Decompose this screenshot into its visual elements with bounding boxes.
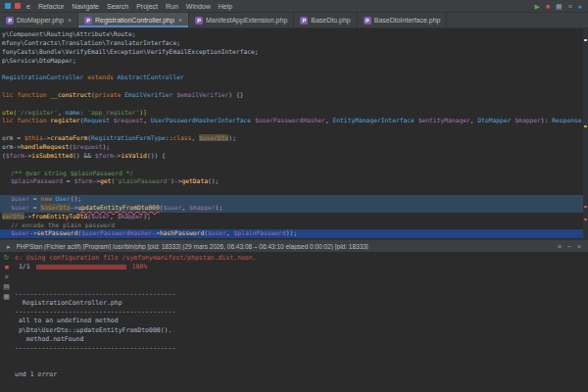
code-line[interactable] [0, 100, 588, 109]
code-editor[interactable]: y\Component\Routing\Attribute\Route;mfon… [0, 28, 588, 239]
code-token: 'app_register' [87, 109, 139, 116]
code-token: $plainPassword [11, 177, 63, 184]
console-text: 100% [128, 263, 148, 270]
code-line[interactable]: /** @var string $plainPassword */ [0, 170, 588, 178]
settings-icon[interactable]: ≡ [555, 243, 564, 250]
minimize-icon[interactable]: − [564, 243, 574, 250]
console-text: ----------------------------------------… [15, 308, 175, 316]
soft-wrap-icon[interactable]: ▤ [3, 283, 10, 290]
tab-BaseDtoInterface.php[interactable]: PBaseDtoInterface.php [358, 13, 448, 27]
code-line[interactable]: orm = $this->createForm(RegistrationForm… [0, 134, 588, 143]
code-token: $plainPassword [234, 229, 286, 236]
code-token: 'plainPassword' [115, 177, 171, 184]
run-icon[interactable]: ▶ [531, 3, 542, 10]
app-icon[interactable] [5, 3, 11, 9]
scroll-end-icon[interactable]: ▦ [3, 293, 10, 300]
code-line[interactable]: orm->handleRequest($request); [0, 143, 588, 152]
grid-icon[interactable]: ▦ [553, 3, 565, 10]
code-token: $user [163, 204, 181, 211]
code-line[interactable]: lic function register(Request $request, … [0, 117, 588, 125]
error-stripe-mark[interactable] [584, 125, 587, 127]
phpstan-panel-header: ▸ PHPStan (Fichier actif) [Program] /usr… [0, 239, 588, 252]
code-token: = [29, 204, 40, 211]
code-token: $this [24, 134, 43, 141]
code-token: fromEntityToDto [31, 213, 87, 220]
stop-icon[interactable]: ■ [543, 3, 553, 10]
code-token: $user [11, 229, 29, 236]
code-line[interactable]: // encode the plain password [0, 221, 588, 230]
tab-close-icon[interactable]: × [178, 17, 182, 24]
code-token: lic function [2, 91, 50, 98]
stop-icon[interactable]: ■ [4, 264, 8, 270]
console-line: RegistrationController.php [15, 299, 588, 308]
code-line[interactable]: fonyCasts\Bundle\VerifyEmail\Exception\V… [0, 48, 588, 57]
code-line[interactable]: serDto->fromEntityToDto($user, $mapper); [0, 213, 588, 221]
code-token: y\Component\Routing\Attribute\Route; [2, 30, 135, 37]
code-token: $userPasswordHasher [255, 117, 325, 123]
code-line[interactable]: y\Component\Routing\Attribute\Route; [0, 30, 588, 39]
console-text: ----------------------------------------… [15, 344, 175, 352]
error-stripe-mark[interactable] [584, 206, 587, 208]
code-line[interactable] [0, 82, 588, 91]
tab-label: DtoMapper.php [17, 17, 64, 24]
error-stripe-mark[interactable] [584, 39, 587, 41]
console-line: ----------------------------------------… [15, 308, 588, 317]
menu-item-e[interactable]: e [23, 3, 34, 10]
menu-item-help[interactable]: Help [215, 3, 236, 10]
code-line[interactable]: RegistrationController extends AbstractC… [0, 74, 588, 82]
tab-close-icon[interactable]: × [68, 17, 72, 24]
notifications-icon[interactable]: ● [575, 3, 585, 10]
php-file-icon: P [195, 17, 203, 24]
tab-label: BaseDtoInterface.php [374, 17, 441, 24]
code-token: ); [143, 213, 151, 220]
error-stripe-mark[interactable] [584, 219, 587, 220]
code-token: orm-> [2, 143, 21, 150]
tab-DtoMapper.php[interactable]: PDtoMapper.php× [0, 13, 78, 27]
menu-item-run[interactable]: Run [162, 3, 182, 10]
code-token: = [29, 195, 40, 202]
code-line[interactable]: $plainPassword = $form->get('plainPasswo… [0, 177, 588, 186]
code-line[interactable] [0, 186, 588, 195]
menu-icon[interactable]: ≡ [565, 3, 575, 10]
code-token: , [143, 117, 151, 123]
code-line[interactable]: $user = new User(); [0, 195, 588, 204]
code-line[interactable]: ($form->isSubmitted() && $form->isValid(… [0, 152, 588, 161]
tab-BaseDto.php[interactable]: PBaseDto.php [294, 13, 357, 27]
project-icon[interactable] [15, 3, 21, 9]
code-line[interactable]: mfony\Contracts\Translation\TranslatorIn… [0, 39, 588, 48]
code-token: $user [91, 213, 110, 220]
menu-item-navigate[interactable]: Navigate [68, 3, 103, 10]
tab-label: BaseDto.php [311, 17, 350, 24]
code-line[interactable]: $user->setPassword($userPasswordHasher->… [0, 229, 588, 238]
code-token: lic function [2, 117, 50, 123]
code-line[interactable] [0, 125, 588, 134]
code-token: = [63, 177, 74, 184]
php-file-icon: P [364, 17, 371, 24]
error-stripe[interactable] [583, 28, 588, 239]
code-token: // encode the plain password [11, 221, 115, 228]
code-token: (); [208, 177, 219, 184]
code-token: fonyCasts\Bundle\VerifyEmail\Exception\V… [2, 48, 259, 55]
phpstan-console-output[interactable]: e: Using configuration file /symfonymani… [15, 254, 588, 392]
rerun-icon[interactable]: ↻ [4, 254, 10, 261]
code-line[interactable]: lic function __construct(private EmailVe… [0, 91, 588, 100]
code-line[interactable]: $user = $userDto->updateEntityFromDto000… [0, 204, 588, 213]
code-token: )); [286, 229, 297, 236]
console-line: ----------------------------------------… [15, 290, 588, 299]
menu-item-search[interactable]: Search [103, 3, 132, 10]
code-line[interactable] [0, 65, 588, 74]
code-line[interactable]: p\Service\DtoMapper; [0, 57, 588, 66]
console-text: RegistrationController.php [15, 299, 122, 307]
tab-RegistrationController.php[interactable]: PRegistrationController.php× [78, 13, 189, 27]
menu-item-project[interactable]: Project [132, 3, 162, 10]
menu-item-window[interactable]: Window [182, 3, 215, 10]
menu-item-refactor[interactable]: Refactor [34, 3, 68, 10]
code-token: $request [73, 143, 102, 150]
filter-icon[interactable]: ≡ [4, 273, 8, 280]
close-icon[interactable]: × [574, 243, 584, 250]
php-file-icon: P [84, 17, 92, 24]
code-line[interactable] [0, 161, 588, 170]
tab-ManifestAppExtension.php[interactable]: PManifestAppExtension.php [189, 13, 294, 27]
console-line [15, 281, 588, 290]
code-line[interactable]: ute('/register', name: 'app_register')] [0, 109, 588, 118]
